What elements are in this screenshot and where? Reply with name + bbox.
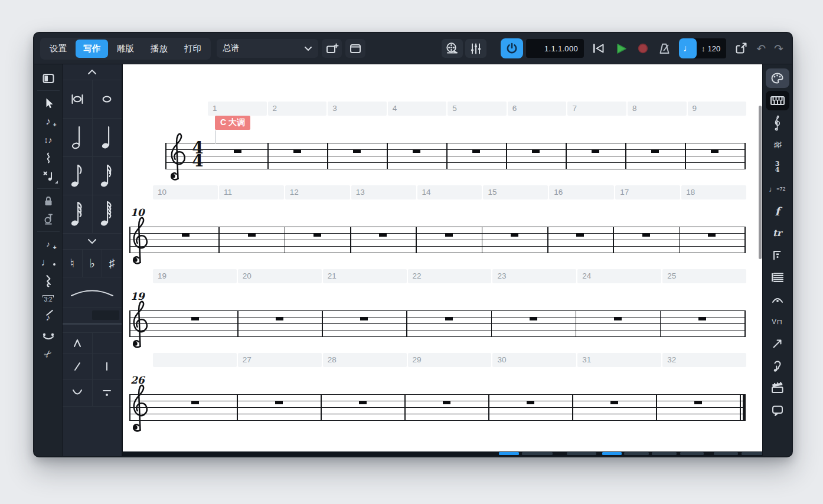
piano-key[interactable] (714, 452, 738, 455)
articulation-fermata-button[interactable] (63, 380, 92, 406)
voice-strip[interactable] (63, 307, 122, 323)
key-signatures-palette-button[interactable]: ♯♯ (766, 135, 789, 155)
whole-rest[interactable] (248, 233, 256, 237)
palette-scroll-down[interactable] (63, 234, 122, 249)
lock-button[interactable] (37, 192, 60, 210)
duration-quarter-button[interactable] (92, 119, 122, 156)
whole-rest[interactable] (530, 317, 537, 320)
whole-rest[interactable] (313, 233, 321, 237)
sidebar-toggle-button[interactable] (37, 69, 60, 87)
duration-breve-button[interactable] (63, 80, 92, 118)
whole-rest[interactable] (275, 401, 283, 404)
grace-note-add-button[interactable]: ♪ + (37, 235, 60, 253)
piano-key-highlight[interactable] (499, 452, 519, 455)
time-signatures-palette-button[interactable]: 34 (766, 157, 789, 176)
articulation-staccatissimo-button[interactable] (92, 354, 122, 379)
fermatas-palette-button[interactable] (766, 290, 789, 309)
duration-whole-button[interactable] (92, 80, 122, 118)
palettes-button[interactable] (766, 68, 789, 88)
playback-power-button[interactable] (501, 38, 523, 58)
media-button[interactable] (442, 39, 463, 58)
loop-button[interactable] (37, 210, 60, 228)
whole-rest[interactable] (234, 149, 241, 153)
whole-rest[interactable] (532, 149, 540, 153)
ornaments-palette-button[interactable]: tr (766, 224, 789, 243)
accidental-flat-button[interactable]: ♭ (82, 250, 102, 277)
record-button[interactable] (637, 42, 649, 54)
staff-type-palette-button[interactable] (766, 268, 789, 287)
clefs-palette-button[interactable] (766, 113, 789, 132)
whole-rest[interactable] (293, 149, 301, 153)
whole-rest[interactable] (472, 149, 480, 153)
tab-write[interactable]: 写作 (76, 40, 108, 58)
whole-rest[interactable] (694, 401, 702, 404)
palette-scroll-up[interactable] (63, 64, 122, 80)
piano-key[interactable] (680, 452, 704, 455)
whole-rest[interactable] (592, 149, 599, 153)
piano-key[interactable] (624, 452, 649, 455)
whole-rest[interactable] (413, 149, 420, 153)
whole-rest[interactable] (182, 233, 190, 237)
articulation-marcato-button[interactable] (63, 333, 92, 353)
whole-rest[interactable] (276, 317, 283, 320)
tab-settings[interactable]: 设置 (42, 40, 74, 58)
score-canvas[interactable]: 1 2 3 4 5 6 7 8 9 C 大调 4 4 (123, 64, 762, 456)
tab-print[interactable]: 打印 (177, 40, 209, 58)
staff-system-2[interactable] (129, 227, 746, 253)
tab-play[interactable]: 播放 (143, 40, 175, 58)
video-palette-button[interactable] (766, 378, 789, 398)
duration-sixtyfourth-button[interactable] (92, 195, 122, 233)
vertical-scrollbar[interactable] (759, 106, 762, 259)
add-view-button[interactable] (322, 39, 342, 58)
grace-note-button[interactable]: ♪ (37, 308, 60, 326)
articulation-portato-button[interactable] (92, 380, 122, 406)
piano-key[interactable] (567, 452, 596, 455)
whole-rest[interactable] (359, 401, 367, 404)
whole-rest[interactable] (379, 233, 387, 237)
undo-button[interactable]: ↶ (756, 42, 766, 55)
cut-button[interactable]: ✂ (37, 345, 60, 363)
whole-rest[interactable] (698, 317, 706, 320)
whole-rest[interactable] (353, 149, 361, 153)
audio-palette-button[interactable] (766, 356, 789, 376)
play-button[interactable] (614, 42, 628, 55)
insert-mode-button[interactable] (37, 167, 60, 185)
duration-thirtysecond-button[interactable] (63, 195, 92, 233)
staff-system-1[interactable]: 4 4 (165, 143, 746, 169)
note-input-button[interactable]: ♪ + (37, 112, 60, 130)
piano-key-highlight[interactable] (602, 452, 622, 455)
whole-rest[interactable] (191, 317, 199, 320)
export-button[interactable] (734, 42, 748, 55)
whole-rest[interactable] (642, 233, 650, 237)
barlines-palette-button[interactable] (766, 246, 789, 265)
accidental-sharp-button[interactable]: ♯ (102, 250, 122, 277)
whole-rest[interactable] (511, 233, 518, 237)
accidental-natural-button[interactable]: ♮ (63, 250, 82, 277)
whole-rest[interactable] (360, 317, 368, 320)
lines-palette-button[interactable] (766, 334, 789, 354)
redo-button[interactable]: ↷ (774, 42, 783, 55)
whole-rest[interactable] (443, 401, 450, 404)
whole-rest[interactable] (614, 317, 622, 320)
piano-keyboard-button[interactable] (766, 91, 789, 110)
tuplet-button[interactable]: 3:2 (37, 290, 60, 308)
tab-engrave[interactable]: 雕版 (109, 40, 142, 58)
articulation-accent-button[interactable] (63, 354, 92, 379)
piano-key[interactable] (652, 452, 677, 455)
metronome-button[interactable] (658, 42, 671, 55)
duration-half-button[interactable] (63, 119, 92, 156)
dynamics-palette-button[interactable]: f (766, 201, 789, 221)
tie-button[interactable] (37, 326, 60, 345)
piano-panel-edge[interactable] (123, 451, 762, 456)
whole-rest[interactable] (651, 149, 659, 153)
window-layout-button[interactable] (345, 39, 365, 58)
duration-eighth-button[interactable] (63, 157, 92, 195)
comments-button[interactable] (766, 401, 789, 420)
whole-rest[interactable] (527, 401, 534, 404)
piano-key[interactable] (742, 452, 762, 455)
time-signature[interactable]: 4 4 (191, 142, 205, 169)
rest-button[interactable] (37, 271, 60, 290)
staff-system-3[interactable] (129, 310, 746, 337)
staff-system-4[interactable] (129, 394, 746, 421)
whole-rest[interactable] (610, 401, 618, 404)
